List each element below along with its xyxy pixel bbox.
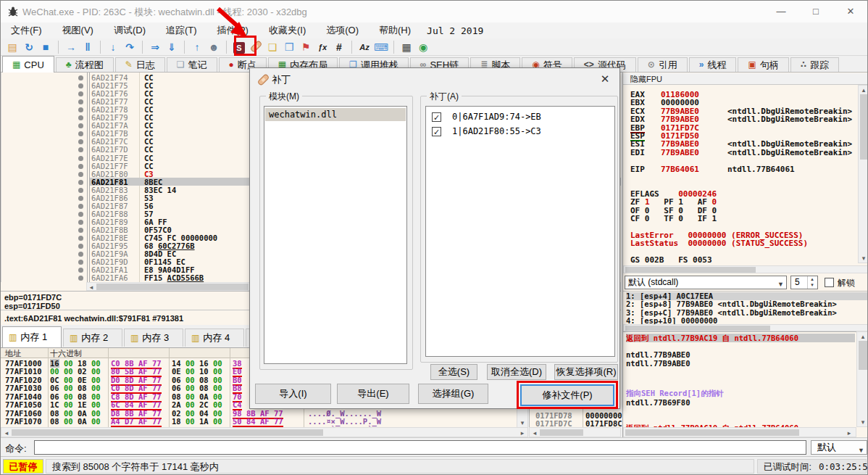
tab-notes[interactable]: ❏笔记 [167,57,217,72]
comments-icon[interactable]: ❏ [265,40,280,54]
step-over-icon[interactable]: ↷ [122,40,137,54]
export-button[interactable]: 导出(E) [337,384,409,404]
tab-references[interactable]: ⊙引用 [638,57,688,72]
breakpoint-dot[interactable] [78,123,83,128]
registers-vscrollbar[interactable]: ▴ ▾ [858,85,868,263]
close-button[interactable]: ✕ [835,1,866,22]
stack-info-row[interactable]: ntdll.77B69F80 [626,398,690,407]
breakpoint-dot[interactable] [78,260,83,265]
patch-checkbox[interactable]: ✓ [432,112,441,122]
arg-count-stepper[interactable]: 5 ▴▾ [790,276,818,289]
breakpoint-dot[interactable] [78,156,83,161]
dump-tab-1[interactable]: ▥内存 1 [2,326,62,347]
breakpoint-dot[interactable] [78,164,83,169]
breakpoint-dot[interactable] [78,188,83,193]
text-encoding-icon[interactable]: Az [357,40,372,54]
breakpoint-dot[interactable] [78,244,83,249]
select-all-button[interactable]: 全选(S) [430,364,477,380]
tab-log[interactable]: ✎日志 [115,57,165,72]
hash-icon[interactable]: # [332,40,346,54]
restart-icon[interactable]: ↻ [22,40,36,54]
register-row[interactable]: EDX77B9ABE0<ntdll.DbgUiRemoteBreakin> [623,115,858,123]
menu-item-2[interactable]: 视图(V) [52,22,104,38]
flags-row[interactable]: CF 0 TF 0 IF 1 [623,215,858,223]
breakpoint-dot[interactable] [78,204,83,209]
stack-info-panel[interactable]: 返回到 ntdll.77B9AC19 自 ntdll.77B64060ntdll… [623,331,868,427]
run-to-selection-icon[interactable]: ⇒ [148,40,162,54]
menu-item-1[interactable]: 文件(F) [1,22,52,38]
breakpoint-dot[interactable] [78,75,83,80]
dump-hscrollbar[interactable]: ◂ ▸ [1,427,528,437]
dump-tab-2[interactable]: ▥内存 2 [63,329,122,347]
select-group-button[interactable]: 选择组(G) [418,384,488,404]
stack-address[interactable]: 0171FD78 [535,411,572,420]
arguments-panel[interactable]: 1: [esp+4] A0C17EEA2: [esp+8] 77B9ABE0 <… [623,291,868,324]
breakpoint-dot[interactable] [78,268,83,273]
stack-info-row[interactable]: ntdll.77B9ABE0 [626,359,690,368]
breakpoint-dot[interactable] [78,131,83,136]
patch-list-item[interactable]: ✓0|6A7F1AD9:74->EB [426,111,614,125]
breakpoint-dot[interactable] [78,91,83,96]
register-row[interactable]: EBP0171FD7C [623,124,858,132]
command-profile-select[interactable]: 默认 ▼ [811,440,867,455]
globe-icon[interactable]: ◉ [416,40,430,54]
menu-item-6[interactable]: 收藏夹(I) [259,22,316,38]
breakpoint-dot[interactable] [78,107,83,112]
run-icon[interactable]: → [64,40,78,54]
module-list-item[interactable]: wechatwin.dll [265,108,406,121]
hide-fpu-button[interactable]: 隐藏FPU [623,73,868,85]
command-input[interactable] [34,440,806,455]
patches-list[interactable]: ✓0|6A7F1AD9:74->EB✓1|6AD21F80:55->C3 [425,106,615,357]
breakpoint-dot[interactable] [78,115,83,120]
flags-row[interactable]: LastStatus 00000000 (STATUS_SUCCESS) [623,239,858,247]
breakpoint-dot[interactable] [78,212,83,217]
step-into-icon[interactable]: ↓ [106,40,120,54]
arguments-hscrollbar[interactable] [623,324,868,331]
breakpoint-dot[interactable] [78,83,83,88]
close-icon[interactable]: ✕ [598,73,612,86]
register-row[interactable]: EAX01186000 [623,91,858,99]
open-file-icon[interactable]: ▤ [5,40,20,54]
breakpoint-dot[interactable] [78,147,83,152]
tab-cpu[interactable]: ▦CPU [2,56,54,73]
breakpoint-dot[interactable] [78,236,83,241]
menu-item-4[interactable]: 追踪(T) [156,22,207,38]
deselect-all-button[interactable]: 取消全选(D) [487,364,546,380]
attach-icon[interactable]: ☻ [206,40,221,54]
labels-icon[interactable]: ❒ [282,40,296,54]
stack-info-row[interactable]: ntdll.77B9ABE0 [626,350,690,359]
stack-value[interactable]: 00000000 [585,411,622,420]
modules-list[interactable]: wechatwin.dll [264,106,407,364]
menu-item-7[interactable]: 选项(O) [316,22,369,38]
register-row[interactable]: EIP77B64061ntdll.77B64061 [623,165,858,173]
menu-item-3[interactable]: 调试(D) [104,22,156,38]
tab-handles[interactable]: ▣句柄 [738,57,788,72]
stack-info-vscrollbar[interactable]: ▴ ▾ [856,331,868,427]
breakpoint-dot[interactable] [78,228,83,233]
functions-icon[interactable]: ƒx [315,40,330,54]
breakpoint-dot[interactable] [78,99,83,104]
calculator-icon[interactable]: ▦ [399,40,414,54]
device-icon[interactable]: ⌨ [374,40,388,54]
execute-till-return-icon[interactable]: ↑ [190,40,204,54]
step-source-icon[interactable]: ⇓ [164,40,179,54]
register-row[interactable]: EDI77B9ABE0<ntdll.DbgUiRemoteBreakin> [623,149,858,157]
breakpoint-dot[interactable] [78,172,83,177]
restore-selection-button[interactable]: 恢复选择项(R) [554,364,618,380]
calling-convention-select[interactable]: 默认 (stdcall) ▼ [625,276,787,289]
dump-tab-3[interactable]: ▥内存 3 [124,329,183,347]
dump-tab-4[interactable]: ▥内存 4 [185,329,244,347]
tab-threads[interactable]: »线程 [689,57,737,72]
stop-icon[interactable]: ■ [38,40,53,54]
stack-info-hscrollbar[interactable]: ▸ [623,427,856,437]
breakpoint-dot[interactable] [78,220,83,225]
argument-row[interactable]: 4: [esp+10] 00000000 [626,317,868,324]
breakpoint-dot[interactable] [78,196,83,201]
patch-dialog-titlebar[interactable]: 补丁 ✕ [250,68,619,90]
import-button[interactable]: 导入(I) [255,384,331,404]
stack-info-row[interactable]: 返回到 ntdll.77B9AC19 自 ntdll.77B64060 [626,334,855,342]
stack-hscrollbar[interactable]: ◂ [529,427,621,437]
unlock-checkbox[interactable] [825,278,834,287]
registers-hscrollbar[interactable] [623,265,868,273]
flags-row[interactable]: GS 002B FS 0053 [623,256,858,263]
